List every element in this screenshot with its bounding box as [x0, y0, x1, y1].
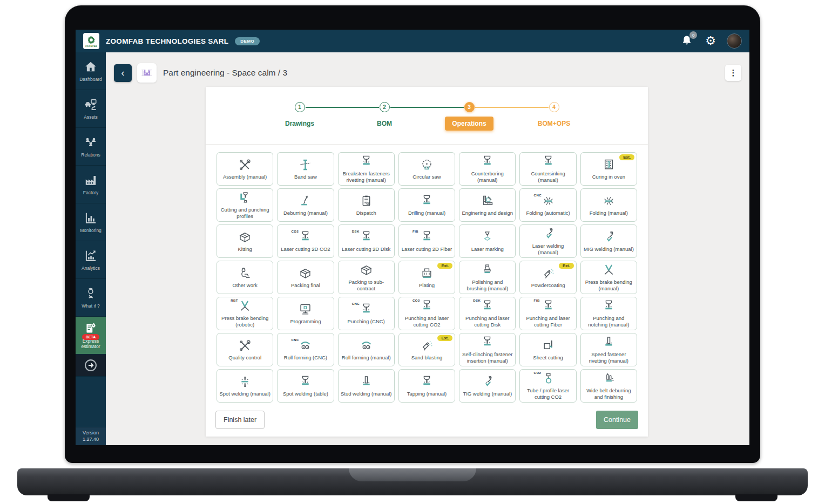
icon-tag: FIB	[412, 230, 418, 233]
operation-tile-roll-forming-cnc[interactable]: CNCRoll forming (CNC)	[277, 333, 334, 366]
operation-tile-tapping-manual[interactable]: Tapping (manual)	[398, 369, 455, 403]
operation-tile-label: Plating	[419, 282, 435, 289]
operation-tile-kitting[interactable]: Kitting	[217, 224, 273, 258]
operation-tile-folding-automatic[interactable]: CNCFolding (automatic)	[519, 188, 576, 222]
company-logo[interactable]: ZOOMFAB	[83, 33, 99, 49]
operation-tile-sand-blasting[interactable]: Ext.Sand blasting	[398, 333, 455, 366]
operation-tile-laser-cutting-2d-co2[interactable]: CO2Laser cutting 2D CO2	[277, 224, 334, 258]
icon-tag: CO2	[412, 299, 420, 302]
operation-tile-punching-and-laser-cutting-disk[interactable]: DSKPunching and laser cutting Disk	[459, 297, 516, 330]
person-icon	[238, 266, 252, 281]
operation-tile-wide-belt-deburring-and-finishing[interactable]: Wide belt deburring and finishing	[580, 369, 637, 403]
operation-tile-label: Laser marking	[471, 246, 504, 253]
external-badge: Ext.	[619, 154, 634, 160]
stud-icon	[601, 335, 616, 350]
operation-tile-quality-control[interactable]: Quality control	[217, 333, 273, 366]
operation-tile-folding-manual[interactable]: Folding (manual)	[580, 188, 637, 222]
more-options-button[interactable]: ⋮	[725, 65, 741, 81]
operation-tile-packing-to-sub-contract[interactable]: Packing to sub-contract	[338, 261, 395, 294]
sidebar-item-dashboard[interactable]: Dashboard	[76, 52, 106, 90]
part-icon	[140, 66, 154, 80]
sidebar-item-express-estimator[interactable]: BETAExpressestimator	[76, 317, 106, 355]
operation-tile-self-clinching-fastener-insertion-manual[interactable]: Self-clinching fastener insertion (manua…	[459, 333, 516, 366]
operation-tile-laser-cutting-2d-disk[interactable]: DSKLaser cutting 2D Disk	[338, 224, 395, 258]
house-icon	[84, 60, 98, 74]
operation-tile-label: Sand blasting	[411, 355, 443, 361]
notifications-button[interactable]: 0	[680, 34, 694, 48]
operation-tile-enginering-and-design[interactable]: Enginering and design	[459, 188, 516, 222]
operation-tile-press-brake-bending-manual[interactable]: Press brake bending (manual)	[580, 261, 637, 294]
operation-tile-drilling-manual[interactable]: Drilling (manual)	[398, 188, 455, 222]
sidebar-item-what-if[interactable]: What if ?	[76, 279, 106, 317]
operation-tile-breakstem-fasteners-rivetting-manual[interactable]: Breakstem fasteners rivetting (manual)	[338, 152, 395, 186]
operation-tile-speed-fastener-rivetting-manual[interactable]: Speed fastener rivetting (manual)	[580, 333, 637, 366]
operation-tile-punching-and-laser-cutting-co2[interactable]: CO2Punching and laser cutting CO2	[398, 297, 455, 330]
operation-tile-mig-welding-manual[interactable]: MIG welding (manual)	[580, 224, 637, 258]
continue-button[interactable]: Continue	[596, 411, 638, 429]
whatif-icon	[84, 287, 98, 301]
operation-tile-tube-profile-laser-cutting-co2[interactable]: CO2Tube / profile laser cutting CO2	[519, 369, 576, 403]
operation-tile-sheet-cutting[interactable]: Sheet cutting	[519, 333, 576, 366]
sidebar-item-assets[interactable]: Assets	[76, 90, 106, 128]
user-avatar[interactable]	[727, 33, 742, 49]
external-badge: Ext.	[437, 335, 452, 341]
operation-tile-label: Tapping (manual)	[407, 391, 447, 397]
operation-tile-press-brake-bending-robotic[interactable]: RBTPress brake bending (robotic)	[217, 297, 273, 330]
step-circle: 1	[295, 102, 305, 112]
assets-icon	[84, 98, 98, 112]
operation-tile-dispatch[interactable]: Dispatch	[338, 188, 395, 222]
box-icon	[359, 263, 374, 277]
weldgun-icon	[480, 374, 495, 389]
step-bom[interactable]: 2 BOM	[342, 102, 427, 131]
settings-gear-icon[interactable]: ⚙	[705, 35, 716, 47]
operation-tile-spot-welding-table[interactable]: Spot welding (table)	[277, 369, 334, 403]
operation-tile-band-saw[interactable]: Band saw	[277, 152, 334, 186]
operation-tile-spot-welding-manual[interactable]: Spot welding (manual)	[217, 369, 273, 403]
operation-tile-tig-welding-manual[interactable]: TIG welding (manual)	[459, 369, 516, 403]
step-drawings[interactable]: 1 Drawings	[258, 102, 342, 131]
beta-badge: BETA	[82, 334, 100, 340]
sidebar-item-relations[interactable]: Relations	[76, 128, 106, 166]
step-connector-line	[306, 107, 379, 108]
operation-tile-polishing-and-brushing-manual[interactable]: Polishing and brushing (manual)	[459, 261, 516, 294]
sidebar-item-monitoring[interactable]: Monitoring	[76, 203, 106, 241]
operation-tile-punching-cnc[interactable]: CNCPunching (CNC)	[338, 297, 395, 330]
operation-tile-laser-marking[interactable]: Laser marking	[459, 224, 516, 258]
step-circle: 3	[464, 102, 475, 112]
operation-tile-programming[interactable]: Programming	[277, 297, 334, 330]
operation-tile-counterboring-manual[interactable]: Counterboring (manual)	[459, 152, 516, 186]
finish-later-button[interactable]: Finish later	[215, 411, 265, 429]
laptop-foot-left	[48, 494, 90, 501]
operation-tile-powdercoating[interactable]: Ext.Powdercoating	[519, 261, 576, 294]
version-label: Version	[83, 430, 99, 437]
back-button[interactable]: ‹	[114, 64, 132, 82]
operation-tile-label: Speed fastener rivetting (manual)	[583, 351, 634, 364]
operation-tile-deburring-manual[interactable]: Deburring (manual)	[277, 188, 334, 222]
operation-tile-laser-cutting-2d-fiber[interactable]: FIBLaser cutting 2D Fiber	[398, 224, 455, 258]
operation-tile-plating[interactable]: Ext.Plating	[398, 261, 455, 294]
operation-tile-cutting-and-punching-profiles[interactable]: Cutting and punching profiles	[217, 188, 273, 222]
operation-tile-assembly-manual[interactable]: Assembly (manual)	[217, 152, 273, 186]
operation-tile-countersinking-manual[interactable]: Countersinking (manual)	[519, 152, 576, 186]
operation-tile-other-work[interactable]: Other work	[217, 261, 273, 294]
operation-tile-curing-in-oven[interactable]: Ext.Curing in oven	[580, 152, 637, 186]
operation-tile-laser-welding-manual[interactable]: Laser welding (manual)	[519, 224, 576, 258]
page-header: ‹ Part engineering - Space calm / 3 ⋮	[114, 63, 741, 83]
operation-tile-punching-and-laser-cutting-fiber[interactable]: FIBPunching and laser cutting Fiber	[519, 297, 576, 330]
sidebar-item-factory[interactable]: Factory	[76, 166, 106, 203]
operation-tile-punching-and-notching-manual[interactable]: Punching and notching (manual)	[580, 297, 637, 330]
press-icon: DSK	[359, 230, 374, 244]
operation-tile-packing-final[interactable]: Packing final	[277, 261, 334, 294]
box-icon	[298, 266, 313, 281]
step-bom-ops[interactable]: 4 BOM+OPS	[512, 102, 597, 131]
operation-tile-circular-saw[interactable]: Circular saw	[398, 152, 455, 186]
laptop-foot-right	[735, 494, 777, 501]
icon-tag: RBT	[231, 299, 238, 302]
operation-tile-label: Punching and laser cutting Fiber	[522, 315, 573, 328]
sidebar-item-analytics[interactable]: Analytics	[76, 241, 106, 279]
press-icon: CNC	[359, 302, 374, 317]
step-operations[interactable]: 3 Operations	[427, 102, 512, 131]
operation-tile-stud-welding-manual[interactable]: Stud welding (manual)	[338, 369, 395, 403]
sidebar-collapse-button[interactable]	[76, 355, 106, 377]
operation-tile-roll-forming-manual[interactable]: Roll forming (manual)	[338, 333, 395, 366]
